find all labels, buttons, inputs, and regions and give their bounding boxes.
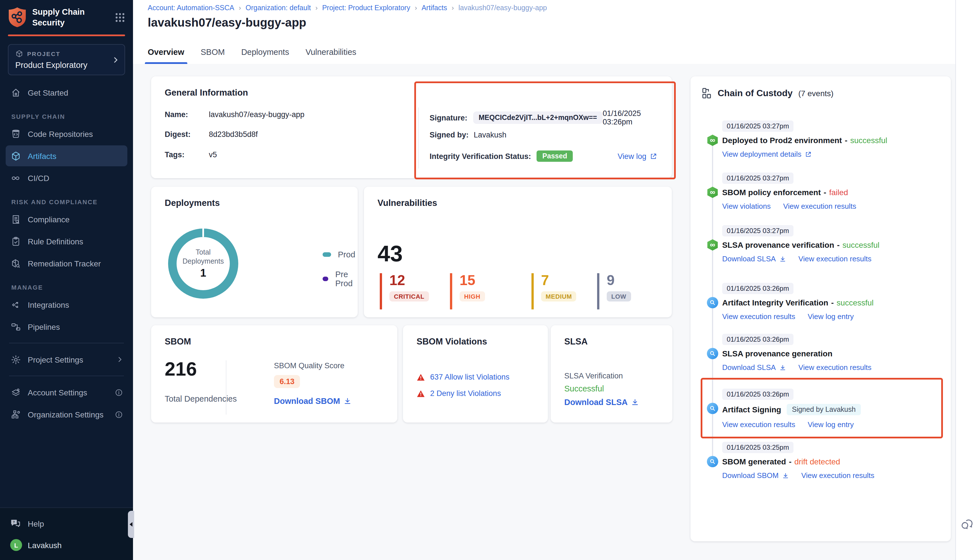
- sidebar-item-artifacts[interactable]: Artifacts: [6, 145, 127, 166]
- breadcrumb-artifacts[interactable]: Artifacts: [422, 4, 447, 12]
- external-link-icon: [805, 151, 812, 158]
- help-button[interactable]: ? Help: [8, 513, 125, 533]
- sidebar-nav: Get Started SUPPLY CHAIN Code Repositori…: [0, 77, 133, 507]
- card-title: Deployments: [165, 198, 220, 208]
- sidebar-item-code-repositories[interactable]: Code Repositories: [6, 123, 127, 144]
- main-area: Account: Automation-SSCA › Organization:…: [133, 0, 955, 560]
- support-chat-icon[interactable]: [960, 518, 975, 532]
- divider: [9, 343, 124, 343]
- remediation-box-icon: [10, 258, 21, 269]
- view-execution-results-link[interactable]: View execution results: [783, 202, 856, 210]
- sidebar-item-pipelines[interactable]: Pipelines: [6, 316, 127, 337]
- user-name: Lavakush: [28, 540, 62, 550]
- sidebar-section-risk-compliance: RISK AND COMPLIANCE: [11, 198, 127, 205]
- event-slsa-provenance-generation: 01/16/2025 03:26pm SLSA provenance gener…: [722, 334, 942, 372]
- view-execution-results-link[interactable]: View execution results: [798, 363, 871, 372]
- download-slsa-link[interactable]: Download SLSA: [722, 363, 786, 372]
- info-icon[interactable]: [115, 410, 123, 418]
- allow-list-violations-link[interactable]: 637 Allow list Violations: [430, 373, 509, 381]
- view-execution-results-link[interactable]: View execution results: [722, 420, 795, 429]
- severity-critical: 12 CRITICAL: [380, 273, 429, 309]
- severity-medium: 7 MEDIUM: [531, 273, 576, 309]
- sidebar-item-rule-definitions[interactable]: Rule Definitions: [6, 231, 127, 252]
- sidebar-item-organization-settings[interactable]: Organization Settings: [6, 404, 127, 425]
- user-menu[interactable]: L Lavakush: [8, 533, 125, 552]
- download-sbom-link[interactable]: Download SBOM: [274, 397, 352, 405]
- help-chat-icon: ?: [10, 518, 21, 529]
- tab-overview[interactable]: Overview: [148, 40, 184, 64]
- info-icon[interactable]: [115, 388, 123, 396]
- event-timestamp: 01/16/2025 03:27pm: [722, 120, 793, 132]
- download-icon: [782, 472, 789, 479]
- event-timestamp: 01/16/2025 03:26pm: [722, 283, 793, 294]
- app-shield-logo-icon: [8, 7, 27, 28]
- sidebar-item-get-started[interactable]: Get Started: [6, 82, 127, 103]
- tab-bar: Overview SBOM Deployments Vulnerabilitie…: [133, 40, 955, 65]
- scan-event-icon: [707, 456, 718, 467]
- breadcrumb-project[interactable]: Project: Product Exploratory: [322, 4, 410, 12]
- breadcrumb-separator: ›: [315, 4, 317, 12]
- download-slsa-link[interactable]: Download SLSA: [564, 398, 639, 407]
- page-title: lavakush07/easy-buggy-app: [148, 16, 306, 29]
- breadcrumb-organization[interactable]: Organization: default: [245, 4, 311, 12]
- severity-low: 9 LOW: [597, 273, 631, 309]
- cicd-infinity-icon: [10, 173, 21, 183]
- sidebar-item-integrations[interactable]: Integrations: [6, 294, 127, 315]
- project-name: Product Exploratory: [15, 60, 118, 70]
- view-execution-results-link[interactable]: View execution results: [722, 312, 795, 321]
- tab-sbom[interactable]: SBOM: [200, 40, 225, 64]
- app-title: Supply Chain Security: [32, 7, 109, 28]
- event-artifact-signing: 01/16/2025 03:26pm Artifact Signing Sign…: [722, 388, 942, 429]
- tags-value: v5: [209, 150, 217, 159]
- download-sbom-link[interactable]: Download SBOM: [722, 471, 789, 480]
- tab-vulnerabilities[interactable]: Vulnerabilities: [305, 40, 356, 64]
- pipelines-icon: [10, 321, 21, 332]
- breadcrumb: Account: Automation-SSCA › Organization:…: [148, 4, 547, 12]
- project-label: PROJECT: [27, 50, 60, 57]
- vulnerabilities-total: 43: [377, 241, 403, 267]
- sidebar-item-project-settings[interactable]: Project Settings: [6, 349, 127, 370]
- deployments-card: Deployments Total Deployments 1 Prod 1 P…: [151, 187, 358, 317]
- view-log-entry-link[interactable]: View log entry: [808, 312, 854, 321]
- sidebar-header: Supply Chain Security: [0, 0, 133, 33]
- sidebar-section-supply-chain: SUPPLY CHAIN: [11, 113, 127, 120]
- scan-event-icon: [707, 297, 718, 308]
- slsa-verification-status: Successful: [564, 384, 604, 393]
- sidebar-item-compliance[interactable]: Compliance: [6, 209, 127, 230]
- right-gutter: [955, 0, 978, 560]
- event-status: successful: [843, 240, 880, 250]
- chevron-right-icon: [112, 56, 119, 63]
- sidebar-item-account-settings[interactable]: Account Settings: [6, 382, 127, 403]
- chain-of-custody-icon: [702, 88, 712, 99]
- integrity-status-badge: Passed: [537, 150, 573, 162]
- view-execution-results-link[interactable]: View execution results: [801, 471, 874, 480]
- artifact-name-value: lavakush07/easy-buggy-app: [209, 110, 304, 119]
- sidebar-collapse-handle[interactable]: [128, 511, 134, 538]
- event-timestamp: 01/16/2025 03:26pm: [722, 388, 793, 400]
- view-violations-link[interactable]: View violations: [722, 202, 771, 210]
- view-log-link[interactable]: View log: [618, 152, 657, 160]
- pipeline-event-icon: ∞: [707, 187, 718, 198]
- preprod-swatch: [323, 277, 329, 281]
- tab-deployments[interactable]: Deployments: [241, 40, 289, 64]
- project-selector[interactable]: PROJECT Product Exploratory: [8, 44, 125, 75]
- download-slsa-link[interactable]: Download SLSA: [722, 255, 786, 263]
- card-title: SBOM: [165, 337, 191, 347]
- sidebar-item-cicd[interactable]: CI/CD: [6, 167, 127, 188]
- breadcrumb-account[interactable]: Account: Automation-SSCA: [148, 4, 234, 12]
- view-execution-results-link[interactable]: View execution results: [798, 255, 871, 263]
- sidebar-item-remediation-tracker[interactable]: Remediation Tracker: [6, 253, 127, 274]
- org-hierarchy-gear-icon: [10, 409, 21, 420]
- view-log-entry-link[interactable]: View log entry: [808, 420, 854, 429]
- digest-row: Digest: 8d23bd3b5d8f: [165, 130, 389, 138]
- breadcrumb-separator: ›: [239, 4, 241, 12]
- view-deployment-details-link[interactable]: View deployment details: [722, 150, 812, 158]
- event-status: drift detected: [794, 457, 840, 466]
- deny-list-violations-link[interactable]: 2 Deny list Violations: [430, 389, 501, 398]
- divider: [9, 376, 124, 376]
- event-timestamp: 01/16/2025 03:27pm: [722, 173, 793, 184]
- signed-by-row: Signed by: Lavakush: [430, 131, 657, 139]
- breadcrumb-current: lavakush07/easy-buggy-app: [459, 4, 547, 12]
- prod-swatch: [323, 252, 331, 257]
- apps-grid-icon[interactable]: [115, 12, 125, 22]
